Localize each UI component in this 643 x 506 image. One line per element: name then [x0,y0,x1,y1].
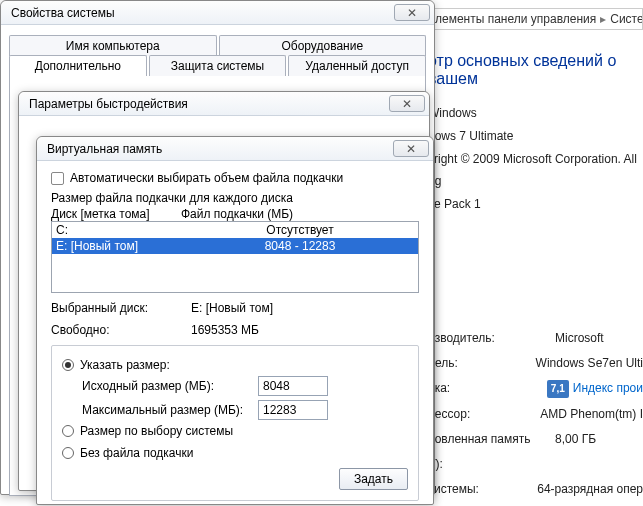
service-pack: ce Pack 1 [428,193,643,216]
close-icon: ✕ [402,97,412,111]
label-rating: нка: [428,376,535,401]
tab-advanced[interactable]: Дополнительно [9,55,147,76]
copyright: yright © 2009 Microsoft Corporation. All… [428,148,643,194]
label-processor: цессор: [428,402,528,427]
tab-remote[interactable]: Удаленный доступ [288,55,426,76]
drive-row[interactable]: E: [Новый том] 8048 - 12283 [52,238,418,254]
free-space-label: Свободно: [51,323,181,337]
column-pagefile: Файл подкачки (МБ) [181,207,419,221]
drive-pagefile: Отсутствует [186,223,414,237]
radio-icon [62,359,74,371]
radio-label: Указать размер: [80,358,170,372]
value-ram: 8,00 ГБ [555,427,643,452]
window-title: Свойства системы [11,6,394,20]
checkbox-label: Автоматически выбирать объем файла подка… [70,171,343,185]
label-pen-touch: о и сенсорный ввод: [428,502,528,506]
label-system-type: системы: [428,477,525,502]
chevron-right-icon: ▸ [600,12,606,26]
close-icon: ✕ [406,142,416,156]
window-title: Виртуальная память [47,142,393,156]
per-drive-label: Размер файла подкачки для каждого диска [51,191,419,205]
label-manufacturer: изводитель: [428,326,543,351]
experience-index-link[interactable]: Индекс прои [573,381,643,395]
close-icon: ✕ [407,6,417,20]
breadcrumb[interactable]: лементы панели управления ▸ Система [428,8,643,30]
auto-manage-checkbox[interactable]: Автоматически выбирать объем файла подка… [51,171,419,185]
maximum-size-label: Максимальный размер (МБ): [82,403,252,417]
edition-name: dows 7 Ultimate [428,125,643,148]
selected-drive-label: Выбранный диск: [51,301,181,315]
value-pen-touch: Перо и сенсорный [540,502,643,506]
label-ram: новленная память [428,427,543,452]
control-panel-system-page: лементы панели управления ▸ Система отр … [420,0,643,506]
drive-list[interactable]: C: Отсутствует E: [Новый том] 8048 - 122… [51,221,419,293]
selected-drive-value: E: [Новый том] [191,301,419,315]
radio-label: Без файла подкачки [80,446,193,460]
label-model: дель: [428,351,524,376]
close-button[interactable]: ✕ [394,4,430,21]
checkbox-icon [51,172,64,185]
value-system-type: 64-разрядная опер [537,477,643,502]
initial-size-label: Исходный размер (МБ): [82,379,252,393]
system-info-table: изводитель:Microsoft дель:Windows Se7en … [428,326,643,506]
radio-icon [62,425,74,437]
column-drive: Диск [метка тома] [51,207,181,221]
label-ram2: У): [428,452,543,477]
size-options-group: Указать размер: Исходный размер (МБ): Ма… [51,345,419,501]
value-manufacturer: Microsoft [555,326,643,351]
set-button[interactable]: Задать [339,468,408,490]
breadcrumb-item[interactable]: лементы панели управления [435,12,596,26]
window-title: Параметры быстродействия [29,97,389,111]
breadcrumb-item[interactable]: Система [610,12,643,26]
radio-system-managed[interactable]: Размер по выбору системы [62,424,408,438]
initial-size-input[interactable] [258,376,328,396]
tab-computer-name[interactable]: Имя компьютера [9,35,217,56]
virtual-memory-window: Виртуальная память ✕ Автоматически выбир… [36,136,434,505]
drive-name: E: [Новый том] [56,239,186,253]
close-button[interactable]: ✕ [389,95,425,112]
page-title: отр основных сведений о вашем [428,52,643,88]
free-space-value: 1695353 МБ [191,323,419,337]
radio-no-pagefile[interactable]: Без файла подкачки [62,446,193,460]
value-processor: AMD Phenom(tm) I [540,402,643,427]
drive-row[interactable]: C: Отсутствует [52,222,418,238]
experience-index-badge: 7,1 [547,380,569,398]
value-model: Windows Se7en Ulti [536,351,643,376]
tab-system-protection[interactable]: Защита системы [149,55,287,76]
drive-name: C: [56,223,186,237]
radio-icon [62,447,74,459]
radio-label: Размер по выбору системы [80,424,233,438]
close-button[interactable]: ✕ [393,140,429,157]
drive-pagefile: 8048 - 12283 [186,239,414,253]
tab-hardware[interactable]: Оборудование [219,35,427,56]
radio-custom-size[interactable]: Указать размер: [62,358,408,372]
maximum-size-input[interactable] [258,400,328,420]
edition-label: Windows [428,102,643,125]
windows-edition-block: Windows dows 7 Ultimate yright © 2009 Mi… [428,102,643,216]
